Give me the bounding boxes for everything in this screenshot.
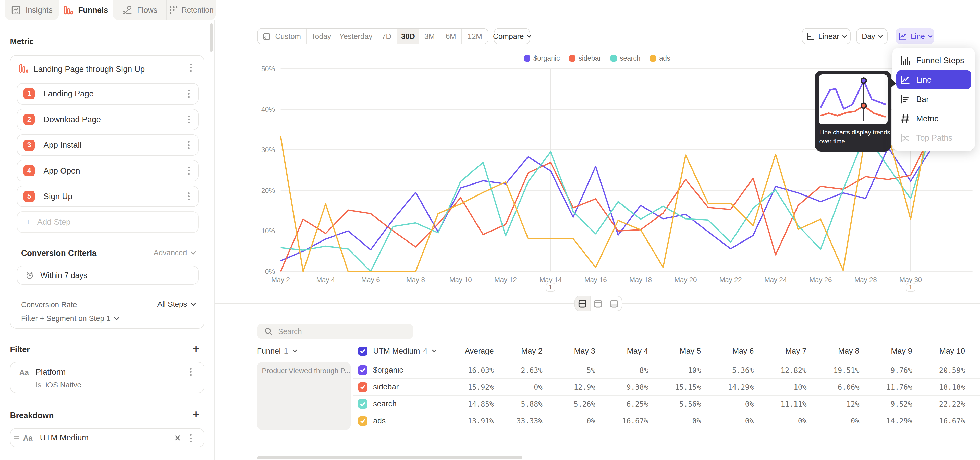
tab-funnels[interactable]: Funnels [59,0,113,20]
add-filter-button[interactable]: + [192,342,200,356]
row-value: 9.52% [891,400,912,408]
scale-dropdown[interactable]: Linear [802,28,851,45]
table-row[interactable]: $organic16.03%2.63%5%8%10%5.36%12.82%19.… [353,362,980,379]
table-row[interactable]: sidebar15.92%0%12.9%9.38%15.15%14.29%10%… [353,379,980,396]
advanced-dropdown[interactable]: Advanced [154,248,195,257]
range-today[interactable]: Today [307,29,336,44]
row-checkbox[interactable] [358,382,368,392]
date-column-header[interactable]: May 9 [869,343,912,359]
row-value: 9.38% [627,383,648,391]
row-checkbox[interactable] [358,399,368,409]
row-value: 22.22% [939,400,965,408]
range-7d[interactable]: 7D [376,29,397,44]
filter-operator[interactable]: Is [35,380,41,389]
remove-icon[interactable] [174,434,181,442]
annotation-badge[interactable]: 1 [906,283,915,292]
range-yesterday[interactable]: Yesterday [336,29,376,44]
filter-value[interactable]: iOS Native [45,380,81,389]
conversion-window[interactable]: Within 7 days [17,266,199,284]
calendar-icon [262,32,271,40]
menu-item-line[interactable]: Line [896,70,971,89]
range-label: 7D [382,32,391,41]
row-value: 5.56% [679,400,701,408]
date-column-header[interactable]: May 7 [763,343,807,359]
horizontal-scrollbar[interactable] [257,456,523,459]
compare-button[interactable]: Compare [494,28,530,45]
layout-chart-button[interactable] [590,296,606,310]
filter-segment-dropdown[interactable]: Filter + Segment on Step 1 [21,314,119,323]
chart-type-label: Line [911,32,925,41]
advanced-label: Advanced [154,248,187,257]
date-column-header[interactable]: May 5 [657,343,701,359]
breakdown-col-count: 4 [423,347,428,356]
menu-item-bar[interactable]: Bar [896,89,971,109]
tab-retention[interactable]: Retention [167,0,216,20]
select-all-checkbox[interactable] [358,347,368,356]
funnel-step[interactable]: 2Download Page [17,109,199,130]
granularity-dropdown[interactable]: Day [856,28,887,45]
breakdown-heading: Breakdown [10,410,54,420]
row-value: 11.11% [781,400,807,408]
menu-item-funnel-steps[interactable]: Funnel Steps [896,51,971,70]
funnel-step[interactable]: 1Landing Page [17,83,199,104]
drag-handle[interactable] [14,436,19,439]
filter-card[interactable]: Aa Platform Is iOS Native [10,362,204,393]
kebab-icon[interactable] [186,192,192,200]
sidebar-scrollbar[interactable] [210,23,213,52]
row-checkbox[interactable] [358,366,368,375]
add-breakdown-button[interactable]: + [192,407,200,421]
kebab-icon[interactable] [188,434,194,442]
range-custom[interactable]: Custom [258,29,307,44]
menu-item-top-paths[interactable]: Top Paths [896,128,971,148]
breakdown-column-header[interactable]: UTM Medium 4 [358,343,436,359]
kebab-icon[interactable] [186,141,192,149]
add-step-button[interactable]: + Add Step [17,211,199,233]
row-value: 15.15% [675,383,701,391]
step-label: Download Page [44,115,101,124]
range-6m[interactable]: 6M [441,29,462,44]
kebab-icon[interactable] [186,167,192,174]
annotation-badge[interactable]: 1 [546,283,555,292]
insights-icon [11,5,21,15]
y-tick-label: 40% [250,105,275,113]
average-column-header[interactable]: Average [444,343,494,359]
kebab-icon[interactable] [188,64,194,72]
row-value: 0% [745,417,754,425]
funnel-step[interactable]: 4App Open [17,160,199,181]
row-value: 18.18% [939,383,965,391]
range-3m[interactable]: 3M [419,29,441,44]
kebab-icon[interactable] [188,368,194,376]
funnel-column-header[interactable]: Funnel 1 [257,343,297,359]
row-value: 10% [688,366,701,375]
range-30d[interactable]: 30D [397,29,419,44]
range-12m[interactable]: 12M [462,29,488,44]
conversion-rate-value: All Steps [158,300,187,308]
table-row[interactable]: search14.85%5.88%5.26%6.25%5.56%0%11.11%… [353,396,980,412]
funnel-cell[interactable]: Product Viewed through P... [257,362,351,430]
layout-table-button[interactable] [606,296,622,310]
search-icon [264,327,272,335]
layout-split-button[interactable] [575,296,590,310]
breakdown-card[interactable]: Aa UTM Medium [10,428,204,447]
y-tick-label: 0% [250,268,275,276]
date-column-header[interactable]: May 8 [816,343,859,359]
date-column-header[interactable]: May 3 [552,343,595,359]
kebab-icon[interactable] [186,115,192,123]
funnel-step[interactable]: 3App Install [17,134,199,156]
date-column-header[interactable]: May 2 [499,343,542,359]
search-input[interactable]: Search [257,324,413,339]
row-checkbox[interactable] [358,416,368,426]
row-value: 8% [640,366,648,375]
conversion-rate-dropdown[interactable]: All Steps [158,300,195,308]
date-column-header[interactable]: May 6 [710,343,754,359]
funnel-step[interactable]: 5Sign Up [17,186,199,207]
table-row[interactable]: ads13.91%33.33%0%16.67%0%0%0%0%14.29%16.… [353,412,980,429]
menu-item-metric[interactable]: Metric [896,109,971,128]
metric-heading: Metric [10,37,34,46]
kebab-icon[interactable] [186,90,192,97]
date-column-header[interactable]: May 10 [921,343,965,359]
chart-type-dropdown[interactable]: Line [896,28,934,45]
tab-insights[interactable]: Insights [5,0,59,20]
date-column-header[interactable]: May 4 [605,343,648,359]
tab-flows[interactable]: Flows [113,0,167,20]
